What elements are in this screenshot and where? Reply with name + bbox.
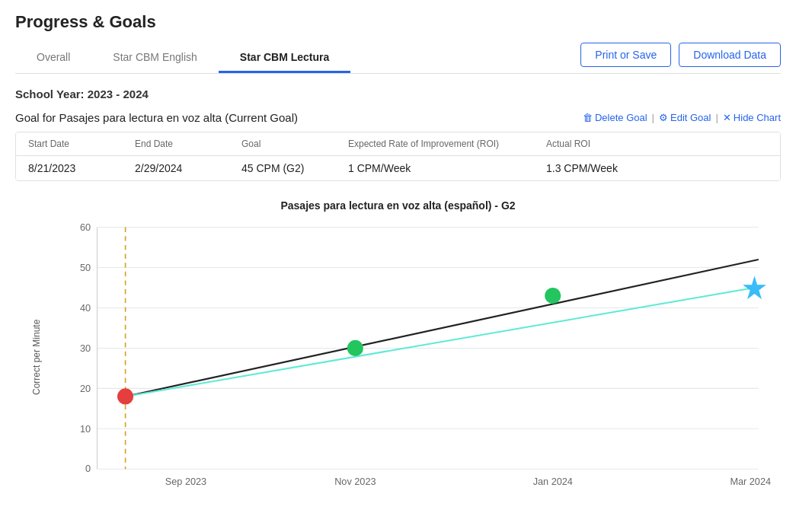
chart-svg: 0 10 20 30 40 50 60 Sep 2023 Nov 2023 Ja…	[50, 219, 773, 493]
print-save-button[interactable]: Print or Save	[580, 43, 671, 67]
cell-actual-roi: 1.3 CPM/Week	[546, 162, 698, 174]
chart-area: Correct per Minute 0 10 20	[23, 219, 773, 495]
separator-2: |	[715, 112, 718, 123]
col-expected-roi: Expected Rate of Improvement (ROI)	[348, 139, 546, 149]
download-data-button[interactable]: Download Data	[679, 43, 781, 67]
y-axis-label: Correct per Minute	[23, 219, 50, 495]
goal-table: Start Date End Date Goal Expected Rate o…	[15, 132, 781, 181]
edit-goal-label: Edit Goal	[670, 112, 711, 123]
svg-text:40: 40	[80, 303, 91, 314]
cell-goal: 45 CPM (G2)	[241, 162, 348, 174]
svg-text:0: 0	[85, 464, 91, 474]
svg-line-20	[126, 260, 759, 397]
tab-star-cbm-english[interactable]: Star CBM English	[91, 43, 218, 73]
header-row: Overall Star CBM English Star CBM Lectur…	[15, 43, 781, 74]
delete-goal-link[interactable]: 🗑 Delete Goal	[583, 112, 647, 123]
school-year-label: School Year: 2023 - 2024	[15, 88, 781, 100]
cell-start-date: 8/21/2023	[28, 162, 135, 174]
svg-text:Mar 2024: Mar 2024	[730, 476, 771, 487]
svg-point-22	[117, 388, 133, 404]
cell-expected-roi: 1 CPM/Week	[348, 162, 546, 174]
chart-container: Pasajes para lectura en voz alta (españo…	[15, 199, 781, 495]
goal-title: Goal for Pasajes para lectura en voz alt…	[15, 111, 298, 124]
page-title: Progress & Goals	[15, 12, 781, 32]
svg-text:50: 50	[80, 263, 91, 273]
gear-icon: ⚙	[659, 112, 668, 123]
col-goal: Goal	[241, 139, 348, 149]
separator-1: |	[652, 112, 654, 123]
svg-text:30: 30	[80, 343, 91, 354]
chart-inner: 0 10 20 30 40 50 60 Sep 2023 Nov 2023 Ja…	[50, 219, 773, 495]
trash-icon: 🗑	[583, 112, 593, 123]
svg-text:Sep 2023: Sep 2023	[165, 476, 206, 487]
tab-star-cbm-lectura[interactable]: Star CBM Lectura	[219, 43, 350, 73]
chart-title: Pasajes para lectura en voz alta (españo…	[23, 199, 773, 212]
cell-end-date: 2/29/2024	[135, 162, 241, 174]
hide-chart-link[interactable]: ✕ Hide Chart	[723, 112, 781, 123]
svg-marker-25	[744, 277, 766, 298]
goal-table-header: Start Date End Date Goal Expected Rate o…	[16, 132, 780, 156]
hide-chart-label: Hide Chart	[734, 112, 781, 123]
svg-line-21	[126, 288, 755, 397]
close-icon: ✕	[723, 112, 731, 123]
tab-bar: Overall Star CBM English Star CBM Lectur…	[15, 43, 350, 72]
tab-overall[interactable]: Overall	[15, 43, 91, 73]
svg-point-24	[545, 288, 561, 304]
col-actual-roi: Actual ROI	[546, 139, 698, 149]
delete-goal-label: Delete Goal	[595, 112, 647, 123]
goal-header: Goal for Pasajes para lectura en voz alt…	[15, 111, 781, 124]
header-buttons: Print or Save Download Data	[580, 43, 781, 73]
col-end-date: End Date	[135, 139, 241, 149]
svg-text:20: 20	[80, 384, 91, 394]
svg-text:Jan 2024: Jan 2024	[533, 476, 573, 487]
svg-text:10: 10	[80, 424, 91, 435]
svg-text:60: 60	[80, 222, 91, 233]
edit-goal-link[interactable]: ⚙ Edit Goal	[659, 112, 711, 123]
svg-text:Nov 2023: Nov 2023	[334, 476, 376, 487]
col-start-date: Start Date	[28, 139, 135, 149]
goal-table-row: 8/21/2023 2/29/2024 45 CPM (G2) 1 CPM/We…	[16, 156, 780, 180]
goal-actions: 🗑 Delete Goal | ⚙ Edit Goal | ✕ Hide Cha…	[583, 112, 781, 123]
svg-point-23	[347, 340, 363, 356]
